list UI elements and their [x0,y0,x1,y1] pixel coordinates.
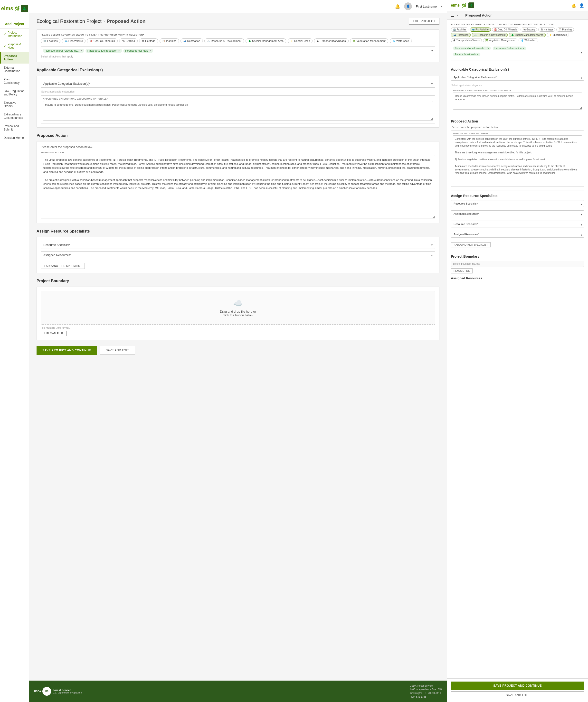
rp-boundary-file-input[interactable] [451,261,584,267]
rationale-textarea[interactable] [43,101,433,121]
rp-tag-vegetation[interactable]: 🌿 Vegetation Management [483,38,517,42]
tag-gas-oil[interactable]: ⛽ Gas, Oil, Minerals [87,38,117,43]
sidebar-item-extraordinary[interactable]: Extraordinary Circumstances [0,110,29,122]
file-drop-zone[interactable]: ☁️ Drag and drop file here orclick the b… [41,291,435,325]
sidebar-item-proposed-action[interactable]: Proposed Action [0,52,29,64]
rp-keywords-label: PLEASE SELECT KEYWORDS BELOW TO FILTER T… [451,23,584,25]
rp-tag-heritage[interactable]: 🏛 Heritage [538,27,555,32]
rp-section-title: Proposed Action [465,13,493,17]
rp-hamburger-icon[interactable]: ☰ [451,13,454,17]
top-header: 🔔 👤 First Lastname ▾ [29,0,447,13]
rp-tag-fish-wildlife[interactable]: 🐟 Fish/Wildlife [470,27,491,32]
sidebar-item-label: Decision Memo [4,136,24,139]
sidebar-item-review-submit[interactable]: Review and Submit [0,122,29,134]
chip-x-icon[interactable]: ✕ [522,47,524,50]
tag-research[interactable]: 🔬 Research & Development [204,38,244,43]
save-exit-button[interactable]: SAVE AND EXIT [100,346,135,355]
tag-special-uses[interactable]: ⚡ Special Uses [288,38,312,43]
tag-facilities[interactable]: 🏢 Facilities [41,38,61,43]
assigned-resources-select-1[interactable]: Assigned Resources* [41,251,435,259]
rp-user-icon[interactable]: 👤 [579,3,584,8]
tag-grazing[interactable]: 🐄 Grazing [119,38,138,43]
sidebar-item-law-regulation[interactable]: Law, Regulation, and Policy [0,87,29,99]
footer-address-line2: 1400 Independence Ave., SW [410,688,442,691]
rp-assigned-select-2[interactable]: Assigned Resources* [451,231,584,238]
sidebar-item-purpose-need[interactable]: ✓ Purpose & Need [0,40,29,52]
cat-exclusion-select[interactable]: Applicable Categorical Exclusion(s)* [41,80,435,88]
resource-specialists-heading: Assign Resource Specialists [36,229,439,234]
rp-transportation-icon: 🛣 [453,39,456,42]
rp-back-arrow-icon[interactable]: ‹ [457,13,459,17]
rp-tag-gas-oil[interactable]: ⛽ Gas, Oil, Minerals [492,27,519,32]
rp-tag-label: Special Management Area [515,34,543,36]
specialist-dropdown-wrapper-1: Resource Specialist* [41,241,435,249]
chip-x-icon[interactable]: ✕ [477,53,479,56]
rp-rationale-textarea[interactable] [453,93,582,110]
exit-project-button[interactable]: EXIT PROJECT [409,18,439,25]
chip-x-icon[interactable]: ✕ [487,47,489,50]
sidebar-item-decision-memo[interactable]: Decision Memo [0,134,29,142]
rp-tag-grazing[interactable]: 🐄 Grazing [520,27,537,32]
chip-remove-icon[interactable]: ✕ [80,49,82,52]
rp-tag-planning[interactable]: 📋 Planning [556,27,574,32]
tag-label: Facilities [47,39,58,42]
sidebar-item-plan-consistency[interactable]: Plan Consistency [0,75,29,87]
chip-remove-icon[interactable]: ✕ [149,49,151,52]
rp-tag-watershed[interactable]: 💧 Watershed [518,38,538,42]
rp-assigned-select-1[interactable]: Assigned Resources* [451,210,584,217]
rp-add-specialist-button[interactable]: + ADD ANOTHER SPECIALIST [451,242,491,247]
rp-divider-4 [451,251,584,251]
rp-specialist-select-2[interactable]: Resource Specialist* [451,221,584,227]
tag-heritage[interactable]: 🏛 Heritage [139,38,158,43]
resource-specialist-select-1[interactable]: Resource Specialist* [41,241,435,249]
sidebar-item-external-coord[interactable]: External Coordination [0,64,29,75]
proposed-action-textarea[interactable] [41,155,435,218]
avatar: 👤 [404,2,412,10]
sidebar-item-project-info[interactable]: ✓ Project Information [0,28,29,40]
sidebar-item-executive-orders[interactable]: Executive Orders [0,99,29,110]
rp-tag-recreation[interactable]: 🎿 Recreation [451,33,471,37]
rp-bell-icon[interactable]: 🔔 [571,3,576,8]
gas-oil-icon: ⛽ [90,40,93,42]
rp-proposed-action-textarea[interactable] [453,135,582,184]
user-name[interactable]: First Lastname [416,5,437,8]
rp-cat-exclusion-select[interactable]: Applicable Categorical Exclusion(s)* [451,74,584,81]
heritage-icon: 🏛 [142,40,144,42]
chip-remove-icon[interactable]: ✕ [118,49,120,52]
rp-save-continue-button[interactable]: SAVE PROJECT AND CONTINUE [451,682,584,690]
rp-specialist-select-1[interactable]: Resource Specialist* [451,200,584,207]
tag-transportation[interactable]: 🛣 Transportation/Roads [314,38,348,43]
add-project-link[interactable]: Add Project [0,19,29,28]
proposed-activities-dropdown[interactable]: Remove and/or relocate de... ✕ Hazardous… [41,46,435,55]
tag-watershed[interactable]: 💧 Watershed [390,38,412,43]
proposed-action-intro: Please enter the proposed action below. [41,145,435,149]
user-menu-chevron-down-icon[interactable]: ▾ [440,5,442,8]
rp-tag-facilities[interactable]: 🏢 Facilities [451,27,468,32]
tag-planning[interactable]: 📋 Planning [160,38,179,43]
rp-planning-icon: 📋 [559,28,562,31]
tag-special-management[interactable]: 🌲 Special Management Area [246,38,286,43]
check-icon: ✓ [4,44,6,48]
activity-chip-hazardous: Hazardous fuel reduction ✕ [86,49,122,53]
rp-forward-arrow-icon[interactable]: › [461,13,463,17]
rp-tag-special-uses[interactable]: ⚡ Special Uses [547,33,569,37]
rp-nav: ☰ ‹ › Proposed Action [447,11,588,20]
tag-recreation[interactable]: 🎿 Recreation [181,38,203,43]
rp-save-exit-button[interactable]: SAVE AND EXIT [451,691,584,699]
save-continue-button[interactable]: SAVE PROJECT AND CONTINUE [36,346,97,355]
tag-vegetation[interactable]: 🌿 Vegetation Management [350,38,388,43]
upload-file-button[interactable]: UPLOAD FILE [41,331,67,336]
rp-remove-file-button[interactable]: REMOVE FILE [451,268,473,273]
rp-specialist-2-wrapper: Resource Specialist* [451,221,584,229]
rp-activities-dropdown[interactable]: Remove and/or relocate de... ✕ Hazardous… [451,45,584,61]
rp-heritage-icon: 🏛 [541,28,543,31]
rp-tag-transportation[interactable]: 🛣 Transportation/Roads [451,38,482,42]
rp-tag-research[interactable]: 🔬 Research & Development [472,33,508,37]
tag-fish-wildlife[interactable]: 🐟 Fish/Wildlife [62,38,86,43]
notification-bell-icon[interactable]: 🔔 [395,4,400,9]
chip-label: Reduce forest fuels [125,49,149,52]
resource-specialists-section: Assign Resource Specialists Resource Spe… [36,229,439,273]
rp-tag-special-management[interactable]: 🌲 Special Management Area [509,33,546,37]
add-specialist-button[interactable]: + ADD ANOTHER SPECIALIST [41,263,85,269]
rp-tag-label: Research & Development [478,34,505,36]
